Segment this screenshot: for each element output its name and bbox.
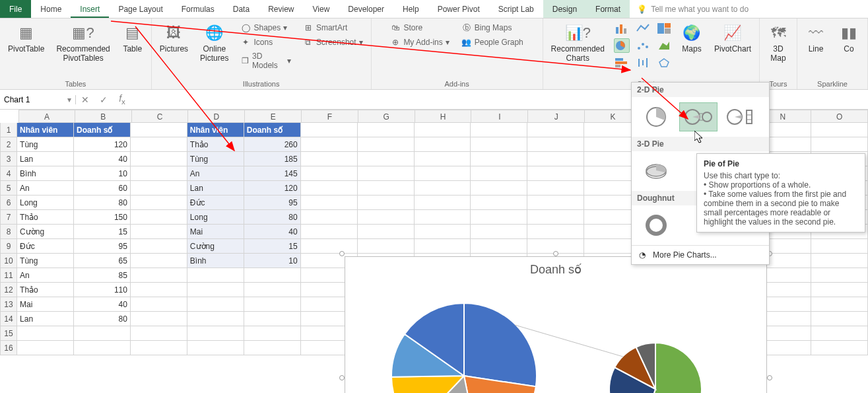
cell[interactable] xyxy=(244,283,301,297)
cell[interactable]: Đức xyxy=(17,239,74,254)
row-header[interactable]: 6 xyxy=(0,196,17,210)
cell[interactable] xyxy=(527,181,584,196)
cell[interactable] xyxy=(415,239,471,254)
cell[interactable] xyxy=(471,239,527,254)
cell[interactable] xyxy=(131,297,187,312)
tab-script-lab[interactable]: Script Lab xyxy=(489,0,543,18)
cell[interactable]: Tùng xyxy=(17,254,74,268)
cell[interactable] xyxy=(244,326,301,341)
pivotchart-button[interactable]: 📈PivotChart xyxy=(712,21,754,55)
cell[interactable] xyxy=(358,210,415,225)
cell[interactable] xyxy=(527,137,584,152)
row-header[interactable]: 10 xyxy=(0,254,17,268)
cell[interactable] xyxy=(131,239,187,254)
column-header[interactable]: I xyxy=(471,110,528,123)
scatter-chart-button[interactable] xyxy=(635,38,651,53)
bing-maps-button[interactable]: ⓑBing Maps xyxy=(459,21,526,34)
cell[interactable]: Doanh số xyxy=(244,123,301,137)
cell[interactable]: 150 xyxy=(74,210,131,225)
cell[interactable] xyxy=(811,254,868,268)
cell[interactable] xyxy=(811,123,868,137)
cell[interactable]: 145 xyxy=(244,166,301,181)
pictures-button[interactable]: 🖼Pictures xyxy=(157,21,191,55)
cell[interactable] xyxy=(811,239,868,254)
row-header[interactable]: 11 xyxy=(0,268,17,283)
cell[interactable]: 15 xyxy=(74,225,131,239)
cell[interactable] xyxy=(811,297,868,312)
cell[interactable]: 120 xyxy=(74,137,131,152)
cell[interactable] xyxy=(131,312,187,326)
cell[interactable]: 65 xyxy=(74,254,131,268)
cell[interactable]: Đức xyxy=(187,196,244,210)
cell[interactable] xyxy=(301,210,358,225)
tab-page-layout[interactable]: Page Layout xyxy=(109,0,172,18)
cell[interactable] xyxy=(811,341,868,355)
name-box-input[interactable] xyxy=(4,95,57,104)
cell[interactable]: Mai xyxy=(187,225,244,239)
row-header[interactable]: 9 xyxy=(0,239,17,254)
my-addins-button[interactable]: ⊕My Add-ins ▾ xyxy=(387,36,451,49)
cell[interactable]: An xyxy=(17,181,74,196)
tab-review[interactable]: Review xyxy=(259,0,303,18)
pivottable-button[interactable]: ▦PivotTable xyxy=(5,21,47,55)
cell[interactable]: 40 xyxy=(74,297,131,312)
row-header[interactable]: 16 xyxy=(0,341,17,355)
cell[interactable] xyxy=(301,196,358,210)
cell[interactable] xyxy=(358,225,415,239)
sparkline-column-button[interactable]: ▮▮Co xyxy=(836,21,862,55)
column-header[interactable]: J xyxy=(528,110,585,123)
cell[interactable] xyxy=(131,326,187,341)
cell[interactable] xyxy=(244,297,301,312)
cell[interactable] xyxy=(471,181,527,196)
column-header[interactable]: B xyxy=(75,110,132,123)
cell[interactable] xyxy=(358,196,415,210)
cell[interactable] xyxy=(131,210,187,225)
recommended-charts-button[interactable]: 📊?Recommended Charts xyxy=(549,21,607,65)
bar-chart-button[interactable] xyxy=(614,55,630,70)
cell[interactable] xyxy=(131,268,187,283)
cell[interactable] xyxy=(527,152,584,166)
cell[interactable]: 15 xyxy=(244,239,301,254)
cell[interactable]: 10 xyxy=(244,254,301,268)
tab-power-pivot[interactable]: Power Pivot xyxy=(428,0,489,18)
cell[interactable] xyxy=(187,268,244,283)
tab-file[interactable]: File xyxy=(0,0,31,18)
column-header[interactable]: O xyxy=(811,110,868,123)
chevron-down-icon[interactable]: ▾ xyxy=(67,95,71,104)
cell[interactable]: Doanh số xyxy=(74,123,131,137)
cell[interactable]: 120 xyxy=(244,181,301,196)
tab-view[interactable]: View xyxy=(304,0,339,18)
cell[interactable]: 95 xyxy=(244,196,301,210)
row-header[interactable]: 4 xyxy=(0,166,17,181)
row-header[interactable]: 3 xyxy=(0,152,17,166)
cell[interactable]: Mai xyxy=(17,297,74,312)
cell[interactable] xyxy=(244,341,301,355)
cell[interactable] xyxy=(415,123,471,137)
cell[interactable]: Nhân viên xyxy=(17,123,74,137)
cell[interactable]: 95 xyxy=(74,239,131,254)
cell[interactable] xyxy=(301,239,358,254)
cell[interactable] xyxy=(17,341,74,355)
cell[interactable] xyxy=(358,181,415,196)
sparkline-line-button[interactable]: 〰Line xyxy=(803,21,829,55)
cell[interactable]: 260 xyxy=(244,137,301,152)
cell[interactable] xyxy=(358,166,415,181)
cell[interactable]: Long xyxy=(187,210,244,225)
column-header[interactable]: E xyxy=(245,110,302,123)
cell[interactable] xyxy=(358,123,415,137)
cell[interactable]: An xyxy=(17,268,74,283)
cell[interactable] xyxy=(527,210,584,225)
cell[interactable]: Bình xyxy=(187,254,244,268)
cell[interactable]: 40 xyxy=(74,152,131,166)
row-header[interactable]: 7 xyxy=(0,210,17,225)
cell[interactable] xyxy=(131,283,187,297)
cell[interactable] xyxy=(811,326,868,341)
cell[interactable] xyxy=(187,297,244,312)
row-header[interactable]: 14 xyxy=(0,312,17,326)
row-header[interactable]: 1 xyxy=(0,123,17,137)
cell[interactable] xyxy=(527,225,584,239)
cell[interactable]: Lan xyxy=(17,152,74,166)
cell[interactable]: 80 xyxy=(74,196,131,210)
cell[interactable] xyxy=(131,225,187,239)
cell[interactable] xyxy=(301,137,358,152)
